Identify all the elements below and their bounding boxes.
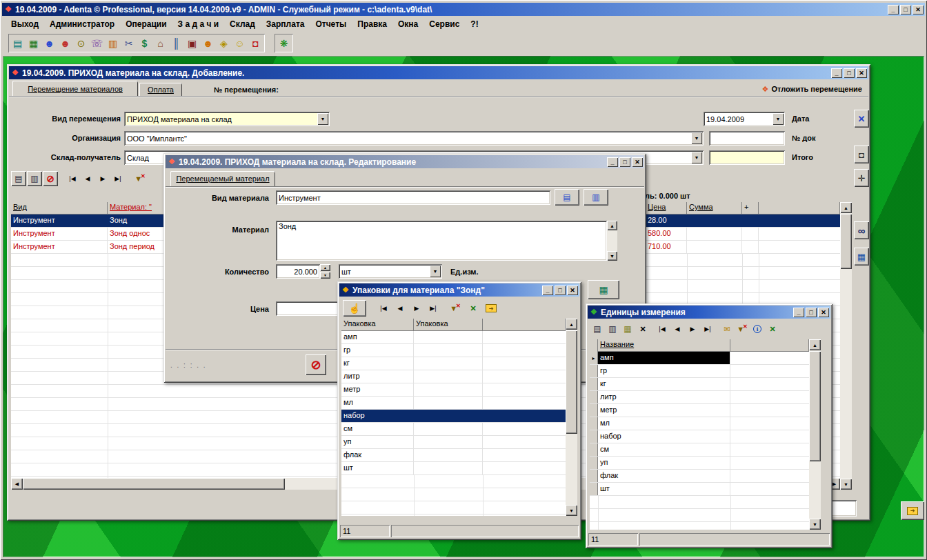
paste-icon[interactable]: ▦ (620, 322, 635, 336)
select-package-button[interactable]: ☝ (343, 300, 366, 317)
list-item[interactable]: см (341, 423, 566, 436)
nav-prev-button[interactable]: ◀ (392, 301, 408, 315)
scroll-down-button[interactable]: ▼ (607, 251, 617, 261)
minimize-button[interactable]: _ (888, 5, 899, 14)
spin-down-button[interactable]: ▼ (320, 272, 330, 279)
list-item[interactable]: гр (341, 344, 566, 357)
schedule-icon[interactable]: ⊙ (73, 35, 89, 51)
tools-icon[interactable]: ✂ (121, 35, 137, 51)
scroll-down-button[interactable]: ▼ (809, 519, 821, 530)
nav-last-button[interactable]: ▶| (110, 172, 126, 186)
nav-prev-button[interactable]: ◀ (670, 322, 685, 336)
filter-cancel-icon[interactable]: ▼✕ (132, 172, 148, 186)
unit-combo[interactable]: шт ▼ (339, 264, 442, 279)
copy-icon[interactable]: ▥ (605, 322, 620, 336)
postpone-transfer-link[interactable]: ❖ Отложить перемещение (738, 83, 862, 95)
list-item[interactable]: метр (341, 383, 566, 397)
close-button[interactable]: ✕ (567, 286, 578, 295)
chevron-down-icon[interactable]: ▼ (430, 266, 441, 277)
list-item[interactable]: гр (590, 365, 809, 378)
scroll-down-button[interactable]: ▼ (566, 505, 577, 516)
list-item[interactable]: уп (341, 436, 566, 449)
list-item[interactable]: флак (590, 470, 809, 483)
column-header-sum[interactable]: Сумма (687, 202, 742, 214)
material-type-history-button[interactable]: ▥ (584, 189, 608, 206)
maximize-button[interactable]: □ (806, 308, 817, 317)
nav-next-button[interactable]: ▶ (409, 301, 424, 315)
scroll-up-button[interactable]: ▲ (607, 221, 617, 230)
scroll-left-button[interactable]: ◀ (11, 478, 23, 490)
memo-scrollbar[interactable]: ▲ ▼ (607, 221, 617, 261)
minimize-button[interactable]: _ (607, 157, 618, 167)
grid-vertical-scrollbar[interactable]: ▲ ▼ (840, 202, 852, 490)
menu-item-exit[interactable]: Выход (6, 18, 44, 30)
cancel-x-button[interactable]: ✕ (854, 110, 869, 128)
info-icon[interactable]: i (750, 322, 765, 336)
list-item[interactable]: литр (590, 391, 809, 404)
tab-material-transfer[interactable]: Перемещение материалов (12, 81, 138, 97)
menu-item-help[interactable]: ?! (465, 18, 484, 30)
mail-icon[interactable]: ✉ (719, 322, 735, 336)
menu-item-operations[interactable]: Операции (120, 18, 172, 30)
window4-titlebar[interactable]: ❖ Единицы измерения _ □ ✕ (588, 306, 830, 319)
list-item-selected[interactable]: набор (341, 410, 566, 423)
transfer-type-combo[interactable]: ПРИХОД материала на склад ▼ (124, 112, 330, 126)
total-field[interactable] (709, 150, 785, 165)
excel-export-icon[interactable]: ✕ (765, 322, 780, 336)
close-button[interactable]: ✕ (856, 68, 867, 78)
menu-item-salary[interactable]: Зарплата (261, 18, 310, 30)
list-item-selected[interactable]: ▸амп (590, 352, 809, 365)
scroll-up-button[interactable]: ▲ (809, 339, 821, 350)
exit-icon[interactable]: ➔ (484, 301, 499, 315)
menu-item-tasks[interactable]: З а д а ч и (172, 18, 225, 30)
scroll-up-button[interactable]: ▲ (840, 202, 852, 213)
list-item[interactable]: см (590, 443, 809, 457)
chevron-down-icon[interactable]: ▼ (317, 113, 328, 125)
close-button[interactable]: ✕ (913, 5, 924, 14)
cancel-record-button[interactable]: ⊘ (43, 171, 58, 186)
list-item[interactable]: метр (590, 404, 809, 417)
menu-item-warehouse[interactable]: Склад (224, 18, 261, 30)
column-header-price[interactable]: Цена (646, 202, 687, 214)
nav-prev-button[interactable]: ◀ (80, 172, 95, 186)
minimize-button[interactable]: _ (831, 68, 842, 78)
nav-first-button[interactable]: |◀ (376, 301, 391, 315)
cards-icon[interactable]: ▥ (105, 35, 121, 51)
column-header-vid[interactable]: Вид (11, 202, 108, 214)
list-item[interactable]: набор (590, 430, 809, 443)
date-combo[interactable]: 19.04.2009 ▼ (704, 112, 785, 126)
phone-icon[interactable]: ☏ (89, 35, 105, 51)
window2-titlebar[interactable]: ❖ 19.04.2009. ПРИХОД материала на склад.… (166, 155, 644, 168)
money-icon[interactable]: $ (137, 35, 152, 51)
nav-last-button[interactable]: ▶| (426, 301, 441, 315)
organizations-icon[interactable]: ▣ (184, 35, 200, 51)
table-icon[interactable]: ▦ (26, 35, 41, 51)
patients-icon[interactable]: ☻ (41, 35, 57, 51)
material-memo[interactable]: Зонд (276, 221, 607, 261)
menu-item-service[interactable]: Сервис (423, 18, 465, 30)
maximize-button[interactable]: □ (900, 5, 911, 14)
column-header-package-1[interactable]: Упаковка (341, 319, 414, 331)
package-icon[interactable]: ◈ (216, 35, 232, 51)
chevron-down-icon[interactable]: ▼ (691, 152, 702, 163)
menu-item-administrator[interactable]: Администратор (44, 18, 120, 30)
delete-icon[interactable]: ✕ (635, 322, 650, 336)
menu-item-edit[interactable]: Правка (352, 18, 392, 30)
tab-payment[interactable]: Оплата (139, 83, 182, 97)
pick-material-type-button[interactable]: ▤ (555, 189, 579, 206)
list-item[interactable]: кг (590, 378, 809, 391)
nav-first-button[interactable]: |◀ (655, 322, 670, 336)
staff-icon[interactable]: ☻ (57, 35, 73, 51)
cash-register-icon[interactable]: ⌂ (152, 35, 168, 51)
window1-titlebar[interactable]: ❖ 19.04.2009. ПРИХОД материала на склад.… (9, 66, 868, 79)
settings-flower-icon[interactable]: ❋ (276, 35, 292, 51)
save-icon[interactable]: ◘ (248, 35, 263, 51)
list-item[interactable]: амп (341, 331, 566, 344)
barcode-icon[interactable]: ║ (168, 35, 184, 51)
copy-record-button[interactable]: ▥ (27, 171, 42, 186)
close-button[interactable]: ✕ (632, 157, 643, 167)
nav-first-button[interactable]: |◀ (65, 172, 80, 186)
app-titlebar[interactable]: ❖ 19.04.2009 - Adenta © Professional, ве… (2, 3, 925, 16)
exit-folder-button[interactable]: ➔ (901, 501, 924, 520)
move-handle[interactable]: ✛ (854, 169, 869, 187)
